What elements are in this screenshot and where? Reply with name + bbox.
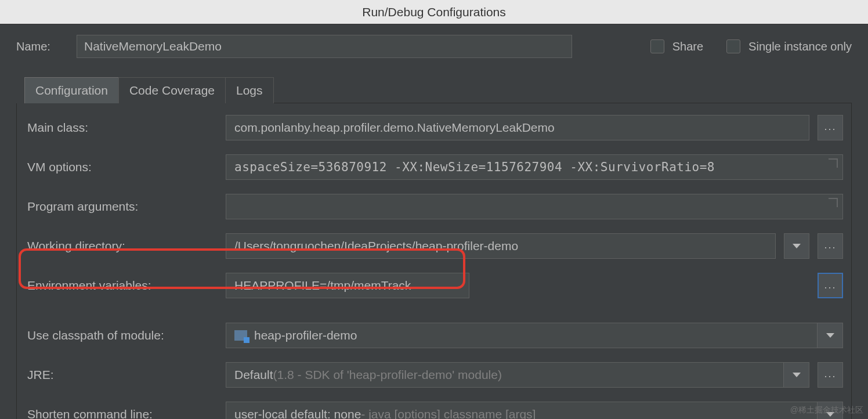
chevron-down-icon (826, 333, 834, 338)
env-vars-label: Environment variables: (25, 279, 218, 292)
main-class-browse-button[interactable]: ... (818, 115, 843, 140)
dialog-content: Name: Share Single instance only Configu… (0, 24, 868, 419)
working-dir-browse-button[interactable]: ... (818, 233, 843, 259)
classpath-row: Use classpath of module: heap-profiler-d… (25, 323, 843, 348)
main-class-input[interactable]: com.ponlanby.heap.profiler.demo.NativeMe… (226, 115, 809, 140)
program-args-input[interactable] (226, 194, 843, 219)
chevron-down-icon (793, 244, 801, 248)
tab-logs[interactable]: Logs (225, 77, 274, 103)
working-dir-input[interactable]: /Users/tongruochen/IdeaProjects/heap-pro… (226, 233, 776, 259)
chevron-down-icon (793, 373, 801, 377)
classpath-dropdown-button[interactable] (817, 323, 842, 348)
jre-prefix: Default (234, 368, 273, 382)
env-vars-browse-button[interactable]: ... (818, 273, 843, 298)
shorten-prefix: user-local default: none (234, 407, 361, 419)
shorten-cmd-row: Shorten command line: user-local default… (25, 402, 843, 419)
working-dir-label: Working directory: (25, 239, 218, 253)
classpath-label: Use classpath of module: (25, 328, 218, 342)
checkbox-box (650, 39, 664, 53)
working-dir-dropdown-button[interactable] (784, 233, 809, 259)
main-class-label: Main class: (25, 121, 218, 135)
share-label: Share (672, 40, 703, 53)
configuration-form: Main class: com.ponlanby.heap.profiler.d… (16, 103, 852, 419)
main-class-value: com.ponlanby.heap.profiler.demo.NativeMe… (234, 121, 555, 135)
vm-options-row: VM options: aspaceSize=536870912 -XX:New… (25, 154, 843, 180)
env-vars-input[interactable]: HEAPPROFILE=/tmp/memTrack (226, 273, 469, 298)
shorten-cmd-label: Shorten command line: (25, 407, 218, 419)
jre-row: JRE: Default (1.8 - SDK of 'heap-profile… (25, 362, 843, 388)
name-row: Name: Share Single instance only (16, 35, 852, 58)
single-instance-label: Single instance only (748, 40, 852, 53)
classpath-select[interactable]: heap-profiler-demo (226, 323, 843, 348)
share-checkbox[interactable]: Share (650, 39, 703, 53)
module-icon (234, 330, 247, 341)
checkbox-box (726, 39, 740, 53)
jre-label: JRE: (25, 368, 218, 382)
watermark: @稀土掘金技术社区 (790, 405, 863, 416)
jre-dropdown-button[interactable] (783, 363, 809, 387)
shorten-cmd-select[interactable]: user-local default: none - java [options… (226, 402, 843, 419)
tab-code-coverage[interactable]: Code Coverage (118, 77, 226, 103)
working-dir-row: Working directory: /Users/tongruochen/Id… (25, 233, 843, 259)
checkbox-group: Share Single instance only (650, 39, 852, 53)
expand-icon[interactable] (829, 198, 838, 207)
jre-detail: (1.8 - SDK of 'heap-profiler-demo' modul… (273, 368, 502, 382)
tab-configuration[interactable]: Configuration (24, 77, 119, 103)
main-class-row: Main class: com.ponlanby.heap.profiler.d… (25, 115, 843, 140)
tab-bar: Configuration Code Coverage Logs (24, 77, 852, 103)
shorten-detail: - java [options] classname [args] (361, 407, 536, 419)
program-args-row: Program arguments: (25, 194, 843, 219)
working-dir-value: /Users/tongruochen/IdeaProjects/heap-pro… (234, 239, 518, 253)
name-label: Name: (16, 40, 65, 53)
vm-options-label: VM options: (25, 160, 218, 174)
program-args-label: Program arguments: (25, 200, 218, 214)
env-vars-row: Environment variables: HEAPPROFILE=/tmp/… (25, 273, 843, 298)
name-input[interactable] (77, 35, 572, 58)
expand-icon[interactable] (829, 158, 838, 168)
single-instance-checkbox[interactable]: Single instance only (726, 39, 852, 53)
classpath-value: heap-profiler-demo (254, 328, 357, 342)
jre-select[interactable]: Default (1.8 - SDK of 'heap-profiler-dem… (226, 362, 809, 388)
vm-options-input[interactable]: aspaceSize=536870912 -XX:NewSize=1157627… (226, 154, 843, 180)
jre-browse-button[interactable]: ... (818, 362, 843, 388)
vm-options-value: aspaceSize=536870912 -XX:NewSize=1157627… (234, 160, 715, 174)
window-title: Run/Debug Configurations (0, 0, 868, 24)
env-vars-value: HEAPPROFILE=/tmp/memTrack (234, 279, 411, 292)
